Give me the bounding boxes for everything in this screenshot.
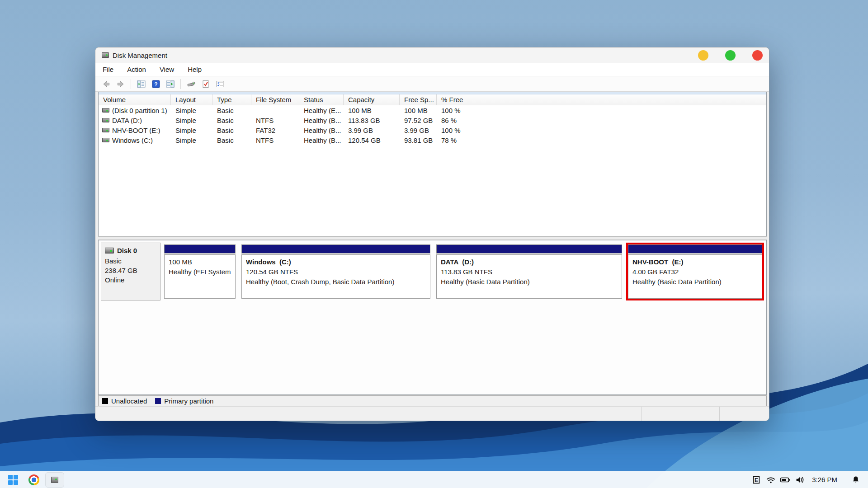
check-document-icon [202,80,209,88]
volume-icon [102,138,109,142]
fs-cell: FAT32 [251,127,299,134]
partition-body: DATA (D:) 113.83 GB NTFS Healthy (Basic … [436,254,622,299]
disk-capacity: 238.47 GB [105,266,156,275]
primary-partition-color-swatch [155,398,161,404]
status-cell: Healthy (B... [299,136,344,144]
volume-name: (Disk 0 partition 1) [112,107,167,114]
partition-windows-c[interactable]: Windows (C:) 120.54 GB NTFS Healthy (Boo… [240,243,432,300]
layout-cell: Simple [171,127,212,134]
column-header-blank [488,94,766,105]
pct-free-cell: 86 % [437,117,488,124]
close-button[interactable] [752,50,763,61]
language-indicator-icon[interactable]: E [750,473,762,487]
checklist-button[interactable] [214,78,226,90]
layout-cell: Simple [171,136,212,144]
volume-icon [102,128,109,132]
disk-label: Disk 0 [117,246,137,255]
menu-file[interactable]: File [103,66,113,73]
forward-icon [117,80,125,88]
graphical-view-pane: Disk 0 Basic 238.47 GB Online 100 MB Hea… [98,240,767,395]
partition-nhv-boot-e-highlighted[interactable]: NHV-BOOT (E:) 4.00 GB FAT32 Healthy (Bas… [626,243,764,300]
partition-color-bar [241,244,430,253]
toolbar: ? [95,76,769,92]
unallocated-color-swatch [102,398,108,404]
column-header-pct-free[interactable]: % Free [437,94,488,105]
column-header-type[interactable]: Type [212,94,251,105]
partition-name: NHV-BOOT (E:) [632,257,758,267]
chrome-button[interactable] [24,472,43,488]
table-row[interactable]: NHV-BOOT (E:) Simple Basic FAT32 Healthy… [99,125,766,135]
disk-0-info-box[interactable]: Disk 0 Basic 238.47 GB Online [101,243,160,300]
toolbar-separator [180,79,181,89]
wifi-icon[interactable] [765,473,777,487]
free-cell: 3.99 GB [400,127,437,134]
column-header-volume[interactable]: Volume [99,94,171,105]
battery-icon[interactable] [779,473,791,487]
table-row[interactable]: DATA (D:) Simple Basic NTFS Healthy (B..… [99,115,766,125]
type-cell: Basic [212,136,251,144]
partition-status: Healthy (Boot, Crash Dump, Basic Data Pa… [246,277,426,287]
layout-cell: Simple [171,107,212,114]
status-cell: Healthy (B... [299,127,344,134]
type-cell: Basic [212,117,251,124]
disk-management-icon [102,52,109,58]
volume-table-header: Volume Layout Type File System Status Ca… [99,94,766,105]
action-pane-icon [166,80,175,88]
menu-help[interactable]: Help [188,66,202,73]
table-row[interactable]: Windows (C:) Simple Basic NTFS Healthy (… [99,135,766,145]
column-header-layout[interactable]: Layout [171,94,212,105]
table-row[interactable]: (Disk 0 partition 1) Simple Basic Health… [99,105,766,115]
column-header-status[interactable]: Status [299,94,344,105]
disk-0-row: Disk 0 Basic 238.47 GB Online 100 MB Hea… [101,243,764,300]
taskbar-clock[interactable]: 3:26 PM [808,476,841,483]
partition-color-bar [436,244,622,253]
capacity-cell: 113.83 GB [344,117,400,124]
action-pane-button[interactable] [164,78,176,90]
system-tray: E 3:26 PM [750,473,868,487]
volume-icon [102,108,109,113]
taskbar-app-icons [0,472,64,488]
status-bar [95,406,769,421]
menu-view[interactable]: View [160,66,174,73]
svg-text:?: ? [154,81,157,87]
volume-icon[interactable] [794,473,806,487]
title-bar[interactable]: Disk Management [95,47,769,63]
chrome-icon [28,474,39,485]
disk-management-window: Disk Management File Action View Help [95,47,769,421]
legend-bar: Unallocated Primary partition [98,395,767,406]
desktop: Disk Management File Action View Help [0,0,868,488]
pane-splitter[interactable] [98,236,767,240]
minimize-button[interactable] [698,50,708,61]
status-bar-section [642,407,719,421]
disk-management-taskbar-button[interactable] [45,472,64,488]
column-header-capacity[interactable]: Capacity [344,94,400,105]
help-button[interactable]: ? [150,78,162,90]
menu-action[interactable]: Action [127,66,146,73]
window-controls [698,50,763,61]
check-document-button[interactable] [199,78,212,90]
forward-button[interactable] [114,78,127,90]
console-tree-button[interactable] [135,78,147,90]
volume-name: DATA (D:) [112,117,142,124]
toolbar-separator [131,79,131,89]
legend-primary-partition: Primary partition [155,397,213,405]
capacity-cell: 3.99 GB [344,127,400,134]
free-cell: 100 MB [400,107,437,114]
fs-cell: NTFS [251,136,299,144]
windows-logo-icon [8,475,18,485]
maximize-button[interactable] [725,50,736,61]
primary-partition-label: Primary partition [164,397,213,405]
disk-tool-button[interactable] [185,78,197,90]
column-header-free-space[interactable]: Free Sp... [400,94,437,105]
volume-list-pane: Volume Layout Type File System Status Ca… [98,92,767,236]
start-button[interactable] [4,472,23,488]
volume-cell: DATA (D:) [99,117,171,124]
column-header-file-system[interactable]: File System [251,94,299,105]
back-button[interactable] [100,78,112,90]
partition-efi-system[interactable]: 100 MB Healthy (EFI System Pa [162,243,237,300]
disk-icon [105,248,114,253]
notification-bell-icon[interactable] [848,473,863,487]
checklist-icon [216,80,224,88]
partition-size: 4.00 GB FAT32 [632,267,758,277]
partition-data-d[interactable]: DATA (D:) 113.83 GB NTFS Healthy (Basic … [434,243,624,300]
